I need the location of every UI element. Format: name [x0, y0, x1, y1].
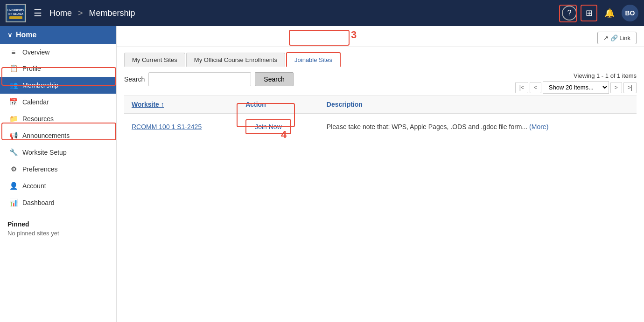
logo-box: UNIVERSITY OF GHANA — [6, 4, 26, 22]
table-row: RCOMM 100 1 S1-2425 Join Now Please take… — [124, 113, 637, 140]
sidebar-item-profile[interactable]: 📋 Profile — [0, 60, 116, 77]
tab-current-sites[interactable]: My Current Sites — [124, 53, 185, 67]
pager-first[interactable]: |< — [515, 82, 528, 93]
calendar-icon: 📅 — [9, 98, 18, 106]
worksite-link[interactable]: RCOMM 100 1 S1-2425 — [132, 123, 202, 130]
avatar[interactable]: BO — [622, 5, 638, 21]
grid-button[interactable]: ⊞ — [581, 5, 597, 21]
account-icon: 👤 — [9, 182, 18, 190]
sidebar: 1 ∨ Home ≡ Overview 📋 Profile 2 👥 Member… — [0, 26, 117, 322]
membership-table: Worksite ↑ Action Description RCOMM 100 — [124, 96, 637, 140]
tab-joinable-sites[interactable]: Joinable Sites — [286, 52, 341, 67]
preferences-icon: ⚙ — [9, 165, 18, 173]
top-navbar: UNIVERSITY OF GHANA ☰ Home > Membership … — [0, 0, 644, 26]
worksite-icon: 🔧 — [9, 148, 18, 157]
sidebar-item-label: Worksite Setup — [22, 149, 67, 156]
more-link[interactable]: (More) — [529, 123, 548, 130]
tab-official-enrollments[interactable]: My Official Course Enrollments — [186, 53, 285, 67]
search-button[interactable]: Search — [255, 72, 293, 86]
description-cell: Please take note that: WPS, Apple Pages,… — [319, 113, 637, 140]
help-button[interactable]: ? — [562, 6, 577, 21]
sidebar-item-calendar[interactable]: 📅 Calendar — [0, 94, 116, 110]
link-button-label: 🔗 Link — [610, 34, 630, 41]
content-header: ↗ 🔗 Link — [117, 26, 644, 47]
svg-text:OF GHANA: OF GHANA — [8, 13, 24, 15]
link-icon: ↗ — [603, 34, 609, 41]
search-input[interactable] — [148, 72, 251, 86]
sidebar-item-label: Overview — [22, 48, 49, 56]
menu-icon[interactable]: ☰ — [34, 7, 42, 19]
tabs-row: My Current Sites My Official Course Enro… — [117, 47, 644, 67]
overview-icon: ≡ — [9, 48, 18, 56]
pager-next[interactable]: > — [610, 82, 622, 93]
sidebar-home-label: Home — [16, 31, 36, 39]
action-header: Action — [245, 101, 266, 108]
pager-prev[interactable]: < — [530, 82, 541, 93]
sidebar-item-label: Calendar — [22, 98, 49, 106]
col-worksite[interactable]: Worksite ↑ — [124, 96, 238, 114]
breadcrumb-current: Membership — [89, 8, 135, 18]
dashboard-icon: 📊 — [9, 199, 18, 207]
annotation-3: 3 — [351, 29, 357, 41]
sidebar-item-account[interactable]: 👤 Account — [0, 178, 116, 194]
sidebar-item-label: Dashboard — [22, 199, 55, 206]
pager-info: Viewing 1 - 1 of 1 items — [574, 72, 637, 79]
breadcrumb-sep: > — [78, 8, 83, 18]
logo: UNIVERSITY OF GHANA — [6, 4, 26, 22]
table-container: Worksite ↑ Action Description RCOMM 100 — [117, 96, 644, 140]
pager-last[interactable]: >| — [623, 82, 637, 93]
col-description: Description — [319, 96, 637, 114]
pinned-empty: No pinned sites yet — [7, 228, 109, 237]
resources-icon: 📁 — [9, 115, 18, 123]
description-header: Description — [327, 101, 363, 108]
membership-icon: 👥 — [9, 81, 18, 89]
sidebar-item-dashboard[interactable]: 📊 Dashboard — [0, 194, 116, 211]
search-section: Search Search — [124, 72, 294, 86]
link-button[interactable]: ↗ 🔗 Link — [597, 32, 637, 44]
sidebar-item-label: Profile — [22, 65, 41, 72]
profile-icon: 📋 — [9, 64, 18, 73]
sidebar-item-resources[interactable]: 📁 Resources — [0, 110, 116, 127]
sidebar-item-label: Announcements — [22, 132, 70, 139]
worksite-cell: RCOMM 100 1 S1-2425 — [124, 113, 238, 140]
breadcrumb: Home > Membership — [49, 8, 562, 18]
search-label: Search — [124, 75, 145, 83]
pager-controls: |< < Show 20 items... Show 50 items... S… — [515, 81, 637, 94]
sidebar-item-announcements[interactable]: 📢 Announcements — [0, 127, 116, 144]
pinned-title: Pinned — [7, 220, 109, 228]
sidebar-item-label: Preferences — [22, 165, 57, 173]
pinned-section: Pinned No pinned sites yet — [0, 211, 116, 240]
annotation-4: 4 — [281, 129, 287, 141]
svg-rect-3 — [9, 16, 22, 19]
worksite-header-link[interactable]: Worksite ↑ — [132, 101, 164, 108]
sidebar-item-label: Account — [22, 182, 46, 190]
col-action: Action — [238, 96, 319, 114]
sidebar-item-membership[interactable]: 👥 Membership — [0, 77, 116, 94]
items-per-page-select[interactable]: Show 20 items... Show 50 items... Show 1… — [543, 81, 609, 94]
announcements-icon: 📢 — [9, 131, 18, 140]
action-cell: Join Now — [238, 113, 319, 140]
sidebar-item-worksite-setup[interactable]: 🔧 Worksite Setup — [0, 144, 116, 161]
description-text: Please take note that: WPS, Apple Pages,… — [327, 123, 527, 130]
chevron-icon: ∨ — [7, 31, 12, 39]
sidebar-item-preferences[interactable]: ⚙ Preferences — [0, 161, 116, 178]
notifications-button[interactable]: 🔔 — [601, 5, 618, 21]
sidebar-item-label: Membership — [22, 82, 58, 89]
main-content: 3 4 ↗ 🔗 Link My Current Sites My Officia… — [117, 26, 644, 322]
pager-section: Viewing 1 - 1 of 1 items |< < Show 20 it… — [515, 72, 637, 94]
sidebar-item-overview[interactable]: ≡ Overview — [0, 44, 116, 60]
sidebar-home[interactable]: ∨ Home — [0, 26, 116, 44]
svg-text:UNIVERSITY: UNIVERSITY — [7, 9, 24, 12]
navbar-actions: ? ⊞ 🔔 BO — [562, 5, 638, 21]
sidebar-item-label: Resources — [22, 115, 54, 123]
breadcrumb-home: Home — [49, 8, 72, 18]
